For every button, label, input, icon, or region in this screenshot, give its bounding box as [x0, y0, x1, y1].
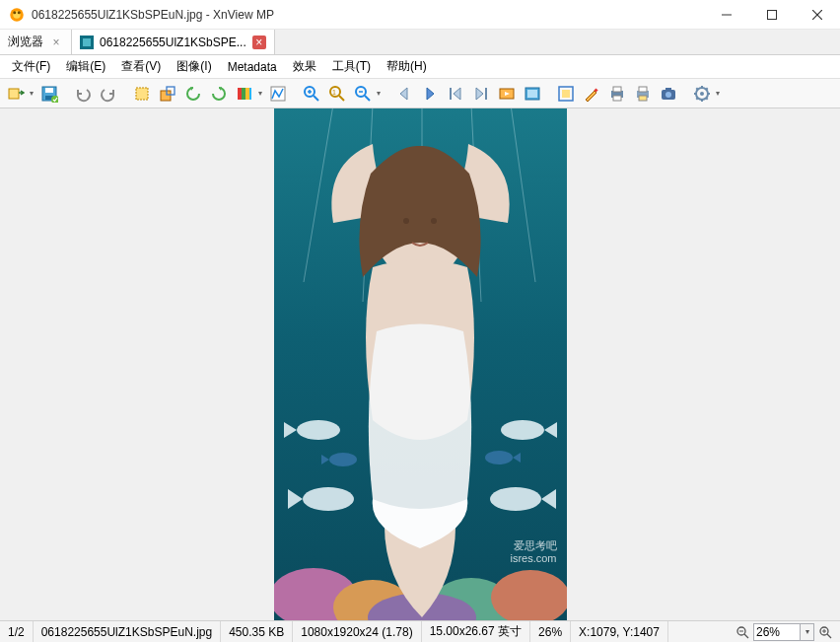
svg-rect-5 — [768, 10, 777, 19]
svg-rect-39 — [562, 90, 570, 98]
menu-file[interactable]: 文件(F) — [4, 55, 58, 78]
svg-line-64 — [511, 108, 535, 282]
svg-rect-43 — [613, 96, 621, 101]
svg-point-74 — [329, 453, 357, 466]
svg-point-77 — [403, 218, 409, 224]
svg-point-75 — [485, 451, 513, 464]
zoom-combo-dropdown[interactable]: ▾ — [801, 623, 814, 641]
settings-button[interactable] — [690, 82, 714, 106]
rotate-left-button[interactable] — [181, 82, 205, 106]
quick-print-button[interactable] — [631, 82, 655, 106]
svg-point-68 — [491, 570, 567, 620]
save-button[interactable] — [37, 82, 61, 106]
zoom-out-button[interactable] — [351, 82, 375, 106]
slideshow-button[interactable] — [495, 82, 519, 106]
svg-line-83 — [827, 634, 831, 638]
zoom-dropdown[interactable]: ▾ — [375, 89, 383, 98]
fit-window-button[interactable] — [554, 82, 578, 106]
undo-button[interactable] — [71, 82, 95, 106]
status-filesize: 450.35 KB — [221, 621, 293, 642]
menu-metadata[interactable]: Metadata — [220, 57, 285, 77]
svg-point-73 — [490, 487, 541, 511]
svg-point-2 — [13, 11, 16, 14]
status-physical: 15.00x26.67 英寸 — [422, 621, 530, 642]
svg-line-56 — [696, 88, 698, 90]
svg-line-58 — [696, 98, 698, 100]
svg-rect-16 — [161, 91, 171, 101]
image-tab-label: 0618225655UlZ1KSbSPE... — [100, 36, 246, 49]
zoom-input[interactable] — [753, 623, 801, 641]
watermark-line1: 爱思考吧 — [510, 539, 556, 552]
image-thumb-icon — [80, 36, 94, 49]
copy-to-dropdown[interactable]: ▾ — [28, 89, 35, 98]
print-button[interactable] — [605, 82, 629, 106]
svg-rect-20 — [242, 88, 245, 100]
svg-rect-42 — [613, 87, 621, 92]
statusbar: 1/2 0618225655UlZ1KSbSPEuN.jpg 450.35 KB… — [0, 620, 840, 642]
svg-line-60 — [304, 108, 333, 282]
menu-image[interactable]: 图像(I) — [169, 55, 219, 78]
zoom-in-button[interactable] — [300, 82, 323, 106]
maximize-button[interactable] — [749, 0, 795, 30]
levels-button[interactable] — [266, 82, 290, 106]
zoom-in-status-button[interactable] — [816, 623, 834, 641]
settings-dropdown[interactable]: ▾ — [714, 89, 722, 98]
status-dimensions: 1080x1920x24 (1.78) — [293, 621, 421, 642]
svg-point-72 — [303, 487, 354, 511]
resize-button[interactable] — [156, 82, 179, 106]
draw-button[interactable] — [580, 82, 603, 106]
svg-rect-46 — [639, 96, 647, 101]
status-coords: X:1079, Y:1407 — [571, 621, 668, 642]
svg-rect-21 — [245, 88, 249, 100]
tab-close-icon[interactable]: × — [252, 36, 266, 49]
menu-help[interactable]: 帮助(H) — [379, 55, 435, 78]
svg-rect-12 — [45, 88, 53, 93]
svg-rect-49 — [665, 88, 671, 91]
adjust-dropdown[interactable]: ▾ — [256, 89, 264, 98]
svg-point-70 — [297, 420, 340, 440]
toolbar: ▾ ▾ 1 ▾ ▾ — [0, 79, 840, 108]
rotate-right-button[interactable] — [207, 82, 231, 106]
first-button[interactable] — [444, 82, 467, 106]
last-button[interactable] — [469, 82, 493, 106]
svg-line-57 — [706, 98, 708, 100]
tab-browser[interactable]: 浏览器 × — [0, 30, 72, 54]
menu-view[interactable]: 查看(V) — [113, 55, 169, 78]
prev-button[interactable] — [392, 82, 416, 106]
copy-to-button[interactable] — [4, 82, 28, 106]
crop-button[interactable] — [130, 82, 154, 106]
zoom-out-status-button[interactable] — [734, 623, 751, 641]
menu-edit[interactable]: 编辑(E) — [58, 55, 113, 78]
app-logo-icon — [8, 6, 26, 24]
svg-rect-10 — [9, 89, 19, 99]
svg-line-31 — [365, 96, 370, 101]
tab-close-icon[interactable]: × — [49, 36, 63, 49]
svg-rect-15 — [136, 88, 148, 100]
svg-line-59 — [706, 88, 708, 90]
svg-point-3 — [18, 11, 21, 14]
svg-point-78 — [431, 218, 437, 224]
svg-line-28 — [339, 96, 344, 101]
svg-rect-34 — [485, 88, 487, 100]
menu-effects[interactable]: 效果 — [285, 55, 324, 78]
redo-button[interactable] — [97, 82, 120, 106]
image-canvas[interactable]: 爱思考吧 isres.com — [0, 108, 840, 620]
adjust-button[interactable] — [233, 82, 256, 106]
close-button[interactable] — [795, 0, 840, 30]
svg-rect-37 — [527, 90, 537, 98]
svg-text:1: 1 — [332, 89, 336, 96]
status-zoom: 26% — [530, 621, 571, 642]
next-button[interactable] — [418, 82, 442, 106]
capture-button[interactable] — [657, 82, 680, 106]
svg-rect-33 — [450, 88, 452, 100]
svg-line-80 — [744, 634, 748, 638]
zoom-100-button[interactable]: 1 — [325, 82, 349, 106]
watermark: 爱思考吧 isres.com — [510, 539, 556, 565]
watermark-line2: isres.com — [510, 552, 556, 565]
fullscreen-button[interactable] — [521, 82, 544, 106]
svg-rect-19 — [238, 88, 242, 100]
menu-tools[interactable]: 工具(T) — [324, 55, 379, 78]
minimize-button[interactable] — [704, 0, 749, 30]
tab-image[interactable]: 0618225655UlZ1KSbSPE... × — [72, 30, 275, 54]
displayed-image: 爱思考吧 isres.com — [274, 108, 567, 620]
